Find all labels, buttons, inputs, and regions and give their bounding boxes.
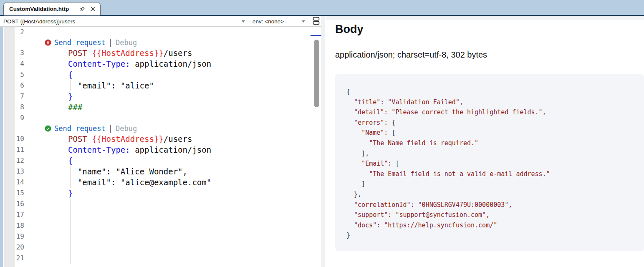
close-icon[interactable]	[89, 5, 96, 13]
chevron-down-icon	[302, 20, 305, 23]
line-code	[24, 199, 310, 209]
line-code	[24, 242, 310, 253]
editor-line[interactable]: 3POST {{HostAddress}}/users	[0, 48, 310, 58]
editor-line[interactable]: 16	[0, 199, 310, 209]
editor-line[interactable]: 9	[0, 113, 310, 123]
indent-guide	[70, 209, 71, 220]
indent-guide	[70, 177, 71, 188]
response-panel-top-band	[326, 16, 644, 20]
editor-line[interactable]: 5{	[0, 69, 310, 80]
line-number: 16	[0, 199, 24, 209]
line-code: Content-Type: application/json	[24, 144, 310, 155]
response-json-box: { "title": "Validation Failed", "detail"…	[335, 74, 644, 251]
http-code-editor[interactable]: 2Send request|Debug3POST {{HostAddress}}…	[0, 27, 321, 267]
response-body-heading: Body	[335, 23, 644, 36]
line-code: ###	[24, 102, 310, 113]
line-number: 14	[0, 177, 24, 188]
line-code: "email": "alice"	[24, 80, 310, 91]
line-code: "name": "Alice Wonder",	[24, 166, 310, 177]
editor-line[interactable]: 15}	[0, 188, 310, 199]
line-code: {	[24, 155, 310, 166]
editor-line[interactable]: 17	[0, 209, 310, 220]
editor-line[interactable]: 2	[0, 27, 310, 38]
editor-line[interactable]: 19	[0, 231, 310, 242]
editor-lines: 2Send request|Debug3POST {{HostAddress}}…	[0, 27, 310, 264]
response-json-line: "errors": {	[346, 118, 644, 128]
editor-line[interactable]: 20	[0, 242, 310, 253]
codelens-row: Send request|Debug	[0, 123, 310, 134]
indent-guide	[70, 253, 71, 264]
request-selector-value: POST {{HostAddress}}/users	[3, 18, 75, 25]
request-selector-dropdown[interactable]: POST {{HostAddress}}/users	[0, 16, 249, 27]
app-window: CustomValidation.http POST {{HostAddress…	[0, 0, 644, 267]
env-selector-dropdown[interactable]: env: <none>	[249, 16, 309, 27]
line-number: 6	[0, 80, 24, 91]
indent-guide	[70, 199, 71, 209]
line-code	[24, 27, 310, 38]
indent-guide	[70, 166, 71, 177]
line-number: 17	[0, 209, 24, 220]
line-number: 8	[0, 102, 24, 113]
editor-line[interactable]: 14 "email": "alice@example.com"	[0, 177, 310, 188]
editor-line[interactable]: 4Content-Type: application/json	[0, 58, 310, 69]
response-json-lines: { "title": "Validation Failed", "detail"…	[346, 87, 644, 241]
response-json-line: ],	[346, 149, 644, 159]
codelens-separator: |	[109, 38, 113, 48]
line-number: 10	[0, 134, 24, 144]
line-code: POST {{HostAddress}}/users	[24, 134, 310, 144]
line-code: {	[24, 69, 310, 80]
editor-line[interactable]: 8###	[0, 102, 310, 113]
response-json-line: "docs": "https://help.syncfusion.com/"	[346, 220, 644, 231]
debug-link[interactable]: Debug	[116, 123, 137, 134]
line-number: 21	[0, 253, 24, 264]
line-number: 13	[0, 166, 24, 177]
editor-line[interactable]: 21	[0, 253, 310, 264]
tab-customvalidation-http[interactable]: CustomValidation.http	[3, 2, 101, 15]
pin-icon[interactable]	[78, 5, 86, 13]
response-json-line: {	[346, 87, 644, 97]
line-number: 4	[0, 58, 24, 69]
response-content-type: application/json; charset=utf-8, 302 byt…	[335, 50, 644, 60]
tab-strip: CustomValidation.http	[0, 0, 644, 15]
editor-line[interactable]: 13 "name": "Alice Wonder",	[0, 166, 310, 177]
line-code	[24, 253, 310, 264]
response-panel: Body application/json; charset=utf-8, 30…	[326, 16, 644, 267]
send-request-link[interactable]: Send request	[54, 123, 106, 134]
line-number: 12	[0, 155, 24, 166]
heading-divider	[335, 41, 639, 41]
line-number: 18	[0, 220, 24, 231]
editor-line[interactable]: 6 "email": "alice"	[0, 80, 310, 91]
send-request-link[interactable]: Send request	[54, 38, 106, 48]
editor-line[interactable]: 18	[0, 220, 310, 231]
line-code	[24, 113, 310, 123]
pane-splitter[interactable]	[321, 16, 325, 267]
response-json-line: "The Email field is not a valid e-mail a…	[346, 169, 644, 179]
line-number: 15	[0, 188, 24, 199]
editor-line[interactable]: 12{	[0, 155, 310, 166]
response-json-line: "support": "support@syncfusion.com",	[346, 210, 644, 220]
editor-scrollbar-thumb[interactable]	[314, 40, 319, 107]
editor-line[interactable]: 11Content-Type: application/json	[0, 144, 310, 155]
indent-guide	[70, 220, 71, 231]
indent-guide	[70, 242, 71, 253]
line-number: 20	[0, 242, 24, 253]
response-json-line: "correlationId": "0HNGSLRGV479U:00000003…	[346, 200, 644, 210]
line-code: }	[24, 188, 310, 199]
line-number: 3	[0, 48, 24, 58]
response-json-line: "detail": "Please correct the highlighte…	[346, 107, 644, 118]
debug-link[interactable]: Debug	[116, 38, 137, 48]
line-number: 11	[0, 144, 24, 155]
response-json-line: },	[346, 189, 644, 200]
line-number: 2	[0, 27, 24, 38]
chevron-down-icon	[242, 20, 245, 23]
response-json-line: "The Name field is required."	[346, 138, 644, 149]
check-circle-icon	[45, 125, 51, 132]
env-selector-value: env: <none>	[253, 18, 284, 25]
response-json-line: "Name": [	[346, 128, 644, 138]
editor-line[interactable]: 7}	[0, 91, 310, 102]
tab-title: CustomValidation.http	[9, 6, 75, 12]
editor-line[interactable]: 10POST {{HostAddress}}/users	[0, 134, 310, 144]
codelens-separator: |	[109, 123, 113, 134]
response-json-line: "Email": [	[346, 159, 644, 169]
split-view-button[interactable]	[311, 16, 321, 26]
